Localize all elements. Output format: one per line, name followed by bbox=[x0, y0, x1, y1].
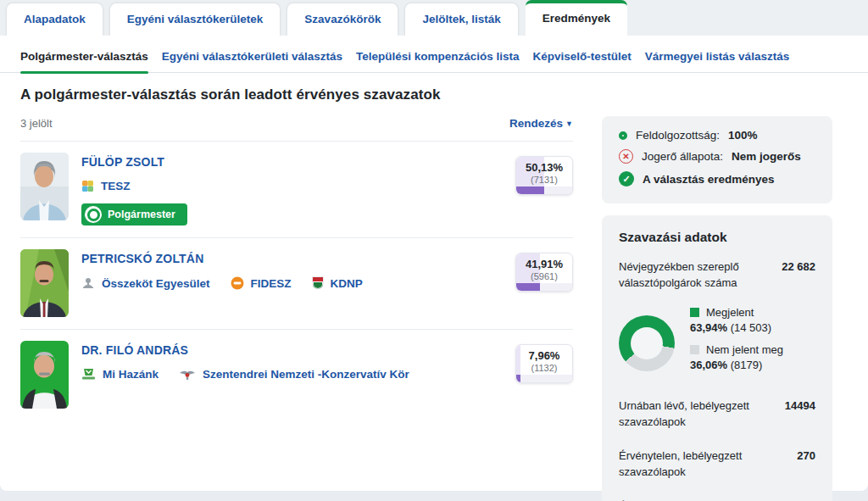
data-row-ballots-in-urn: Urnában lévő, lebélyegzett szavazólapok … bbox=[619, 389, 815, 440]
subtab-telepulesi-kompenzacios[interactable]: Települési kompenzációs lista bbox=[356, 50, 520, 72]
vote-percent: 7,96% bbox=[516, 349, 572, 362]
data-row-registered-voters: Névjegyzékben szereplő választópolgárok … bbox=[619, 250, 815, 301]
kdnp-logo-icon bbox=[312, 276, 324, 290]
page-title: A polgármester-választás során leadott é… bbox=[20, 86, 848, 103]
fidesz-logo-icon bbox=[231, 276, 244, 290]
candidate-row: PETRICSKÓ ZOLTÁN Összeköt Egyesület bbox=[20, 237, 573, 329]
party-link-szentendrei-nemzeti-konzervativ-kor[interactable]: Szentendrei Nemzeti -Konzervatív Kör bbox=[179, 368, 409, 381]
legend-swatch-green bbox=[690, 308, 699, 317]
party-link-mi-hazank[interactable]: Mi Hazánk bbox=[81, 368, 159, 381]
content-area: Polgármester-választás Egyéni választóke… bbox=[0, 36, 868, 491]
status-row-valid-result: ✓ A választás eredményes bbox=[619, 171, 815, 186]
candidate-name-link[interactable]: PETRICSKÓ ZOLTÁN bbox=[81, 252, 503, 265]
party-link-kdnp[interactable]: KDNP bbox=[312, 276, 363, 290]
vote-count: (7131) bbox=[516, 175, 572, 185]
szentendrei-nemzeti-konzervativ-kor-logo-icon bbox=[179, 369, 196, 381]
election-status-panel: Feldolgozottság: 100% ✕ Jogerő állapota:… bbox=[602, 116, 832, 203]
tab-alapadatok[interactable]: Alapadatok bbox=[7, 3, 103, 36]
vote-percent: 50,13% bbox=[516, 161, 572, 174]
tab-szavazokorok[interactable]: Szavazókörök bbox=[287, 3, 398, 36]
subtab-kepviselo-testulet[interactable]: Képviselő-testület bbox=[533, 50, 632, 72]
tab-egyeni-valasztokeruletek[interactable]: Egyéni választókerületek bbox=[110, 3, 281, 36]
vote-count: (5961) bbox=[516, 271, 572, 281]
osszekot-egyesulet-logo-icon bbox=[81, 276, 95, 290]
elected-mayor-badge: Polgármester bbox=[81, 203, 187, 225]
medal-icon bbox=[85, 206, 102, 223]
candidate-photo[interactable] bbox=[20, 249, 69, 317]
candidate-name-link[interactable]: FÜLÖP ZSOLT bbox=[81, 155, 503, 169]
status-value: 100% bbox=[728, 129, 758, 142]
party-link-tesz[interactable]: TESZ bbox=[81, 180, 131, 192]
chevron-down-icon: ▼ bbox=[565, 120, 573, 128]
legend-swatch-gray bbox=[690, 345, 699, 354]
legend-item-nem-jelent-meg: Nem jelent meg 36,06% (8179) bbox=[690, 343, 783, 371]
results-subnav: Polgármester-választás Egyéni választóke… bbox=[0, 36, 868, 73]
mi-hazank-logo-icon bbox=[81, 368, 96, 381]
candidate-row: DR. FILÓ ANDRÁS Mi Hazánk bbox=[20, 329, 573, 420]
candidate-photo-image bbox=[20, 341, 69, 409]
sort-dropdown[interactable]: Rendezés▼ bbox=[509, 117, 573, 130]
tab-jeloltek-listak[interactable]: Jelöltek, listák bbox=[405, 3, 517, 36]
party-link-fidesz[interactable]: FIDESZ bbox=[231, 276, 292, 290]
candidate-photo-image bbox=[20, 153, 69, 220]
turnout-donut bbox=[619, 315, 675, 371]
subtab-varmegyei-listas[interactable]: Vármegyei listás választás bbox=[645, 50, 789, 72]
main-tabbar: Alapadatok Egyéni választókerületek Szav… bbox=[0, 0, 868, 36]
candidate-photo[interactable] bbox=[20, 153, 69, 220]
voting-data-panel: Szavazási adatok Névjegyzékben szereplő … bbox=[602, 215, 832, 501]
vote-result-card: 41,91% (5961) bbox=[515, 253, 573, 292]
status-value: Nem jogerős bbox=[732, 150, 801, 163]
subtab-egyeni-valasztokeruleti[interactable]: Egyéni választókerületi választás bbox=[162, 50, 342, 72]
vote-count: (1132) bbox=[516, 363, 572, 373]
vote-progress-bar bbox=[516, 186, 544, 194]
legend-item-megjelent: Megjelent 63,94% (14 503) bbox=[690, 306, 783, 334]
voting-data-title: Szavazási adatok bbox=[619, 230, 815, 245]
candidate-row: FÜLÖP ZSOLT TESZ bbox=[20, 141, 573, 237]
candidate-name-link[interactable]: DR. FILÓ ANDRÁS bbox=[81, 343, 503, 357]
donut-hole bbox=[631, 327, 663, 359]
status-row-processing: Feldolgozottság: 100% bbox=[619, 129, 815, 142]
turnout-legend: Megjelent 63,94% (14 503) Nem jelent meg… bbox=[690, 306, 783, 381]
vote-result-card: 7,96% (1132) bbox=[515, 344, 573, 383]
valid-check-icon: ✓ bbox=[619, 171, 634, 186]
tesz-logo-icon bbox=[81, 180, 94, 192]
progress-ring-icon bbox=[619, 131, 627, 140]
tab-eredmenyek[interactable]: Eredmények bbox=[526, 0, 627, 36]
data-row-valid-ballots: Érvényes szavazólapok 14 224 bbox=[619, 490, 815, 501]
status-value: A választás eredményes bbox=[643, 173, 775, 186]
vote-track bbox=[516, 375, 572, 382]
vote-percent: 41,91% bbox=[516, 258, 572, 270]
party-link-osszekot-egyesulet[interactable]: Összeköt Egyesület bbox=[81, 276, 210, 290]
status-row-legal-force: ✕ Jogerő állapota: Nem jogerős bbox=[619, 149, 815, 164]
vote-progress-bar bbox=[516, 375, 520, 382]
candidate-photo-image bbox=[20, 249, 69, 317]
turnout-chart: Megjelent 63,94% (14 503) Nem jelent meg… bbox=[619, 301, 815, 389]
not-final-cross-icon: ✕ bbox=[619, 149, 633, 164]
candidate-count: 3 jelölt bbox=[20, 117, 53, 130]
vote-progress-bar bbox=[516, 283, 540, 291]
vote-result-card: 50,13% (7131) bbox=[515, 156, 573, 195]
data-row-invalid-ballots: Érvénytelen, lebélyegzett szavazólapok 2… bbox=[619, 439, 815, 490]
candidate-photo[interactable] bbox=[20, 341, 69, 409]
subtab-polgarmester-valasztas[interactable]: Polgármester-választás bbox=[20, 50, 148, 72]
